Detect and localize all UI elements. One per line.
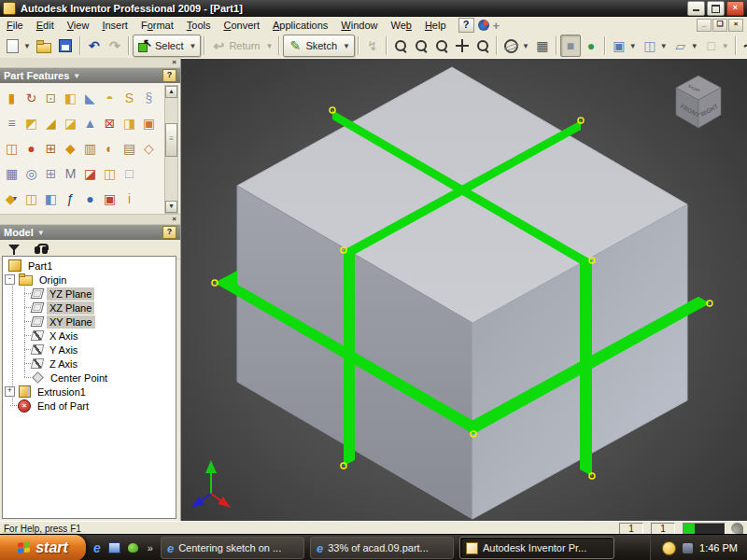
chevron-down-icon[interactable]: ▼ [23, 42, 31, 50]
copy-object-feature-icon[interactable]: ◫ [104, 166, 116, 181]
tree-item-label[interactable]: XY Plane [47, 315, 95, 329]
zoom-all-button[interactable] [390, 35, 411, 57]
menu-insert[interactable]: Insert [95, 18, 134, 33]
emboss-feature-icon[interactable]: ▣ [143, 116, 155, 131]
look-at-button[interactable]: ▦ [532, 35, 553, 57]
create-imate-feature-icon[interactable]: ▣ [104, 191, 116, 206]
messenger-icon[interactable] [128, 543, 138, 553]
update-button[interactable]: ↯ [362, 35, 383, 57]
lip-feature-icon[interactable]: ◐ [106, 141, 113, 156]
chevron-down-icon[interactable]: ▼ [691, 42, 698, 50]
pan-button[interactable] [452, 35, 472, 57]
scroll-up-icon[interactable]: ▲ [165, 86, 177, 98]
chevron-down-icon[interactable]: ▼ [660, 42, 668, 50]
decal-feature-icon[interactable]: ◫ [6, 141, 18, 156]
open-button[interactable] [34, 35, 54, 57]
graphics-viewport[interactable]: TOP FRONT RIGHT [180, 58, 747, 522]
split-feature-icon[interactable]: ▲ [84, 116, 97, 131]
sketch-3d-button[interactable]: ↝▼ [740, 35, 747, 57]
thicken-offset-feature-icon[interactable]: ◨ [123, 116, 135, 131]
coil-feature-icon[interactable]: § [146, 91, 153, 105]
chevron-down-icon[interactable]: ▼ [522, 42, 529, 50]
tree-item-end-of-part[interactable]: ×End of Part [3, 399, 176, 413]
rib-feature-icon[interactable]: ◣ [85, 91, 95, 105]
tree-item-extrusion1[interactable]: +Extrusion1 [3, 385, 176, 399]
object-visibility-button[interactable]: □▼ [701, 35, 732, 57]
shrinkwrap-feature-icon[interactable]: ● [86, 191, 93, 206]
part-features-header[interactable]: Part Features ▼ ? [0, 68, 180, 83]
fillet-feature-icon[interactable]: ◩ [25, 116, 37, 131]
taskbar-task-button[interactable]: e33% of acad.09.part... [310, 537, 454, 559]
tree-item-label[interactable]: YZ Plane [47, 287, 94, 301]
palette-scrollbar[interactable]: ▲ ▼ [164, 85, 178, 214]
communication-center-icon[interactable] [478, 20, 489, 31]
tree-item-xz-plane[interactable]: XZ Plane [3, 301, 176, 315]
revolve-feature-icon[interactable]: ↻ [26, 91, 37, 105]
menu-applications[interactable]: Applications [266, 18, 334, 33]
internet-explorer-icon[interactable]: e [93, 540, 101, 555]
work-plane-display-button[interactable]: ▱▼ [670, 35, 701, 57]
extrude-feature-icon[interactable]: ▮ [8, 91, 16, 105]
derived-component-feature-icon[interactable]: ◫ [25, 191, 37, 206]
show-desktop-icon[interactable] [108, 542, 120, 553]
tree-item-label[interactable]: Center Point [48, 371, 110, 385]
menu-edit[interactable]: Edit [30, 18, 61, 33]
zoom-selected-button[interactable] [472, 35, 493, 57]
replace-face-feature-icon[interactable]: ● [27, 141, 35, 156]
rectangular-pattern-feature-icon[interactable]: ▦ [6, 166, 18, 181]
close-button[interactable]: × [726, 1, 744, 16]
delete-face-feature-icon[interactable]: ⊠ [105, 116, 116, 131]
sweep-feature-icon[interactable]: S [125, 91, 134, 105]
tree-item-label[interactable]: Z Axis [47, 357, 80, 371]
snap-fit-feature-icon[interactable]: ◇ [144, 141, 154, 156]
slice-graphics-button[interactable]: ◫▼ [640, 35, 670, 57]
insert-ifeature-feature-icon[interactable]: ◧ [45, 191, 57, 206]
view-cube[interactable]: TOP FRONT RIGHT [676, 76, 721, 128]
zoom-window-button[interactable] [411, 35, 431, 57]
add-toolbar-icon[interactable]: + [493, 19, 500, 33]
menu-window[interactable]: Window [334, 18, 384, 33]
face-draft-feature-icon[interactable]: ◪ [64, 116, 77, 131]
menu-help[interactable]: Help [418, 18, 453, 33]
tree-item-x-axis[interactable]: X Axis [3, 329, 176, 343]
find-icon[interactable] [34, 243, 49, 256]
minimize-button[interactable] [687, 1, 705, 16]
child-restore-button[interactable]: ❏ [712, 19, 727, 32]
tree-item-label[interactable]: End of Part [35, 399, 92, 413]
new-document-button[interactable]: ▼ [2, 35, 34, 57]
scroll-down-icon[interactable]: ▼ [165, 201, 177, 213]
mirror-feature-icon[interactable]: M [65, 166, 77, 181]
menu-web[interactable]: Web [384, 18, 417, 33]
child-close-button[interactable]: × [728, 19, 743, 32]
circular-pattern-feature-icon[interactable]: ◎ [25, 166, 36, 181]
sketch-driven-pattern-feature-icon[interactable]: ⊞ [46, 166, 57, 181]
toolbar-overflow-chevron[interactable]: » [148, 542, 153, 553]
filter-icon[interactable] [7, 243, 21, 256]
model-header[interactable]: Model ▼ ? [0, 225, 180, 240]
redo-button[interactable]: ↷ [105, 35, 125, 57]
model-help-button[interactable]: ? [162, 226, 176, 239]
communication-status-icon[interactable] [731, 523, 743, 534]
hole-feature-icon[interactable]: ⊡ [46, 91, 57, 105]
chevron-down-icon[interactable]: ▼ [265, 42, 273, 50]
part-features-grab-bar[interactable]: × [0, 58, 180, 68]
chevron-down-icon[interactable]: ▼ [190, 42, 197, 50]
shaded-display-button[interactable]: ■ [560, 35, 581, 57]
tree-expander-icon[interactable]: + [5, 386, 15, 397]
part-features-help-button[interactable]: ? [162, 69, 176, 82]
save-button[interactable] [54, 35, 77, 57]
start-button[interactable]: start [0, 535, 86, 560]
return-button[interactable]: ↩Return▼ [208, 35, 275, 57]
tree-item-y-axis[interactable]: Y Axis [3, 343, 176, 357]
ground-shadow-button[interactable]: ● [581, 35, 601, 57]
corner-seam-feature-icon[interactable]: ◆ [65, 141, 76, 156]
menu-format[interactable]: Format [134, 18, 180, 33]
tree-item-yz-plane[interactable]: YZ Plane [3, 287, 176, 301]
thread-feature-icon[interactable]: ≡ [7, 116, 15, 131]
bend-part-feature-icon[interactable]: ◪ [84, 166, 96, 181]
undo-button[interactable]: ↶ [84, 35, 105, 57]
child-minimize-button[interactable]: _ [697, 19, 712, 32]
restore-button[interactable] [707, 1, 725, 16]
parameters-feature-icon[interactable]: ƒ [67, 191, 75, 206]
chevron-down-icon[interactable]: ▼ [73, 72, 80, 80]
